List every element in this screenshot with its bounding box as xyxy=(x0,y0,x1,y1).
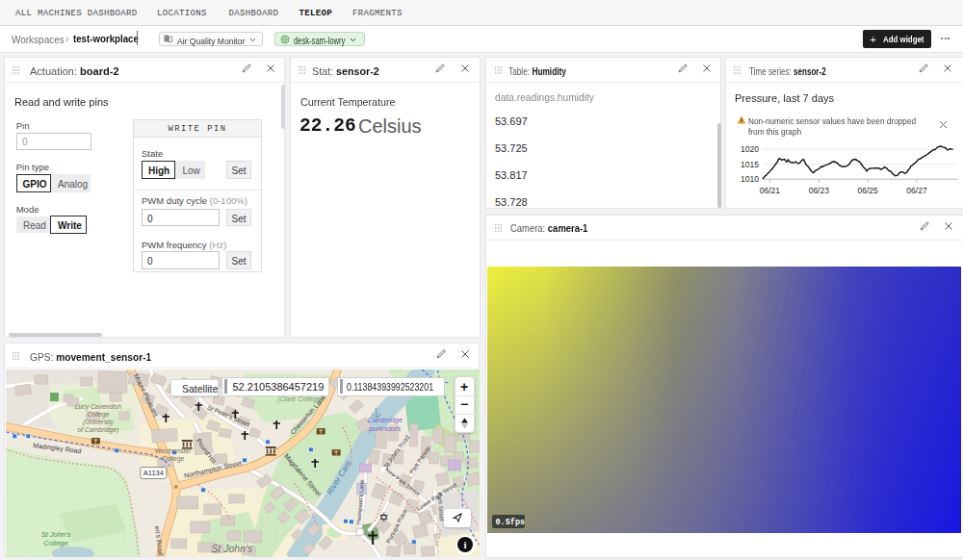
svg-text:06/21: 06/21 xyxy=(759,186,780,195)
svg-text:(Clare College): (Clare College) xyxy=(277,395,323,403)
svg-text:of Cambridge): of Cambridge) xyxy=(77,426,118,434)
svg-text:1020: 1020 xyxy=(741,144,759,154)
svg-text:Lucy Cavendish: Lucy Cavendish xyxy=(74,403,120,411)
svg-text:06/25: 06/25 xyxy=(857,186,878,195)
svg-text:Westminster: Westminster xyxy=(155,447,192,454)
svg-text:06/23: 06/23 xyxy=(808,186,829,195)
svg-text:College: College xyxy=(162,455,184,463)
svg-text:College: College xyxy=(87,411,109,419)
svg-text:Cambridge: Cambridge xyxy=(367,416,403,424)
svg-text:A1134: A1134 xyxy=(143,469,163,477)
svg-text:1010: 1010 xyxy=(741,174,759,184)
svg-text:(University: (University xyxy=(82,419,114,426)
svg-text:St John's: St John's xyxy=(211,543,252,553)
svg-text:1015: 1015 xyxy=(741,160,759,169)
svg-text:06/27: 06/27 xyxy=(906,186,927,195)
svg-text:St John's: St John's xyxy=(40,529,70,538)
svg-text:punt tours: punt tours xyxy=(367,424,401,433)
svg-text:✡: ✡ xyxy=(378,510,388,523)
svg-text:College: College xyxy=(43,538,67,547)
